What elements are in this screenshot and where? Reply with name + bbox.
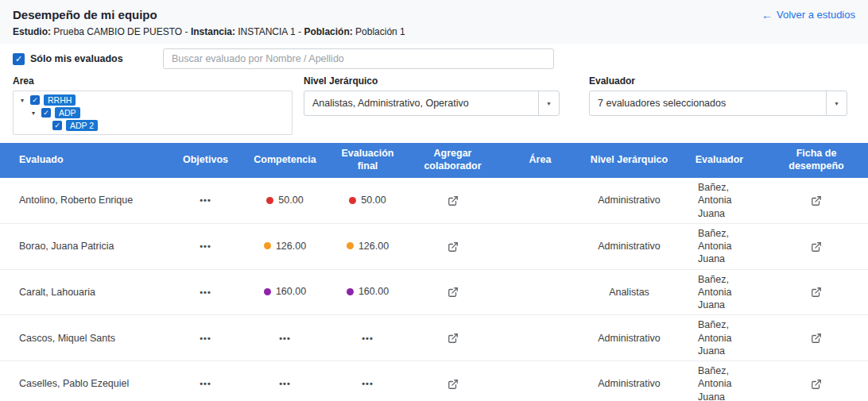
checkbox-checked-icon[interactable]: ✓ xyxy=(13,53,25,65)
nivel-value: Administrativo xyxy=(598,378,661,389)
tree-node-label[interactable]: ADP xyxy=(55,107,80,118)
ficha-desempeno-cell xyxy=(765,315,868,361)
nivel-cell: Analistas xyxy=(584,269,674,315)
competencia-cell: ••• xyxy=(244,315,326,361)
evaluador-select[interactable]: 7 evaluadores seleccionados ▼ xyxy=(589,91,847,116)
objetivos-menu-dots-icon[interactable]: ••• xyxy=(200,379,211,388)
evaluacion-final-value: 126.00 xyxy=(358,240,389,253)
agregar-colaborador-cell xyxy=(409,223,496,269)
checkbox-checked-icon[interactable]: ✓ xyxy=(30,95,40,105)
area-tree: ▾ ✓ RRHH ▾ ✓ ADP ✓ ADP 2 xyxy=(13,91,293,135)
caret-down-icon[interactable]: ▾ xyxy=(18,97,26,104)
evaluacion-final-cell: 160.00 xyxy=(326,269,409,315)
only-my-evaluees-label: Sólo mis evaluados xyxy=(30,53,123,64)
col-header-agregar-colaborador: Agregar colaborador xyxy=(409,143,496,178)
filter-row: Area ▾ ✓ RRHH ▾ ✓ ADP ✓ ADP 2 Nivel Jerá… xyxy=(0,71,868,135)
estudio-value: Prueba CAMBIO DE PUESTO xyxy=(53,26,182,37)
chevron-down-icon[interactable]: ▼ xyxy=(538,91,559,115)
evaluador-value: Bañez, Antonia Juana xyxy=(698,228,731,265)
col-header-evaluado: Evaluado xyxy=(0,143,167,178)
table-row: Cascos, Miquel Sants ••• ••• ••• Adminis… xyxy=(0,315,868,361)
external-link-icon[interactable] xyxy=(448,287,459,298)
nivel-jerarquico-select[interactable]: Analistas, Administrativo, Operativo ▼ xyxy=(304,91,560,116)
col-header-area: Área xyxy=(496,143,584,178)
area-filter: Area ▾ ✓ RRHH ▾ ✓ ADP ✓ ADP 2 xyxy=(13,75,293,135)
evaluador-value: Bañez, Antonia Juana xyxy=(698,182,731,219)
status-dot-icon xyxy=(264,242,271,249)
nivel-cell: Administrativo xyxy=(584,178,674,223)
competencia-cell: 126.00 xyxy=(244,223,326,269)
external-link-icon[interactable] xyxy=(811,287,822,298)
col-header-objetivos: Objetivos xyxy=(167,143,244,178)
table-row: Borao, Juana Patricia ••• 126.00 126.00 … xyxy=(0,223,868,269)
area-cell xyxy=(496,315,584,361)
poblacion-label: Población: xyxy=(304,26,352,37)
back-arrow-icon: ← xyxy=(761,9,773,21)
objetivos-menu-dots-icon[interactable]: ••• xyxy=(200,334,211,343)
evaluacion-final-cell: ••• xyxy=(326,361,409,401)
nivel-value: Administrativo xyxy=(598,241,661,252)
evaluador-filter: Evaluador 7 evaluadores seleccionados ▼ xyxy=(589,75,847,135)
nivel-value: Administrativo xyxy=(598,333,661,344)
nivel-jerarquico-filter: Nivel Jerárquico Analistas, Administrati… xyxy=(304,75,560,135)
evaluador-cell: Bañez, Antonia Juana xyxy=(674,269,765,315)
checkbox-checked-icon[interactable]: ✓ xyxy=(52,121,62,130)
external-link-icon[interactable] xyxy=(448,195,459,206)
external-link-icon[interactable] xyxy=(448,241,459,253)
evaluado-cell: Borao, Juana Patricia xyxy=(0,223,167,269)
external-link-icon[interactable] xyxy=(448,333,459,344)
filter-row: ✓ Sólo mis evaluados xyxy=(0,44,868,71)
agregar-colaborador-cell xyxy=(409,361,496,401)
competencia-value: 126.00 xyxy=(276,240,306,253)
agregar-colaborador-cell xyxy=(409,178,496,223)
evaluacion-final-cell: 126.00 xyxy=(326,223,409,269)
instancia-value: INSTANCIA 1 xyxy=(238,26,295,37)
evaluacion-final-value: ••• xyxy=(362,378,374,389)
objetivos-menu-dots-icon[interactable]: ••• xyxy=(200,241,211,251)
poblacion-value: Población 1 xyxy=(355,26,405,37)
nivel-value: Administrativo xyxy=(598,195,661,206)
ficha-desempeno-cell xyxy=(765,223,868,269)
agregar-colaborador-cell xyxy=(409,269,496,315)
ficha-desempeno-cell xyxy=(765,361,868,401)
select-value: Analistas, Administrativo, Operativo xyxy=(304,98,477,109)
area-cell xyxy=(496,223,584,269)
study-info: Estudio: Prueba CAMBIO DE PUESTO - Insta… xyxy=(0,23,868,44)
tree-node-rrhh: ▾ ✓ RRHH xyxy=(18,94,287,106)
instancia-label: Instancia: xyxy=(191,26,235,37)
evaluador-cell: Bañez, Antonia Juana xyxy=(674,361,765,401)
ficha-desempeno-cell xyxy=(765,178,868,223)
objetivos-cell: ••• xyxy=(167,269,244,315)
external-link-icon[interactable] xyxy=(811,333,822,344)
external-link-icon[interactable] xyxy=(811,379,822,390)
evaluado-name: Caralt, Lahouaria xyxy=(19,287,95,298)
objetivos-menu-dots-icon[interactable]: ••• xyxy=(200,195,211,205)
objetivos-menu-dots-icon[interactable]: ••• xyxy=(200,287,211,297)
only-my-evaluees-filter[interactable]: ✓ Sólo mis evaluados xyxy=(13,53,163,65)
tree-node-label[interactable]: ADP 2 xyxy=(66,120,98,131)
chevron-down-icon[interactable]: ▼ xyxy=(826,91,847,115)
search-input[interactable] xyxy=(163,48,554,69)
col-header-competencia: Competencia xyxy=(244,143,326,178)
agregar-colaborador-cell xyxy=(409,315,496,361)
table-row: Antolino, Roberto Enrique ••• 50.00 50.0… xyxy=(0,178,868,223)
separator: - xyxy=(298,26,301,37)
area-cell xyxy=(496,269,584,315)
tree-node-label[interactable]: RRHH xyxy=(44,94,76,106)
status-dot-icon xyxy=(264,288,271,295)
status-dot-icon xyxy=(347,288,354,295)
checkbox-checked-icon[interactable]: ✓ xyxy=(41,108,51,118)
objetivos-cell: ••• xyxy=(167,223,244,269)
external-link-icon[interactable] xyxy=(448,379,459,390)
table-row: Caselles, Pablo Ezequiel ••• ••• ••• Adm… xyxy=(0,361,868,401)
external-link-icon[interactable] xyxy=(811,241,822,253)
area-label: Area xyxy=(13,75,293,87)
estudio-label: Estudio: xyxy=(13,26,51,37)
caret-down-icon[interactable]: ▾ xyxy=(29,110,37,117)
evaluado-cell: Caselles, Pablo Ezequiel xyxy=(0,361,167,401)
back-to-studies-link[interactable]: ← Volver a estudios xyxy=(761,9,855,21)
external-link-icon[interactable] xyxy=(811,195,822,206)
topbar: Desempeño de mi equipo ← Volver a estudi… xyxy=(0,0,868,23)
nivel-cell: Administrativo xyxy=(584,315,674,361)
table-header-row: Evaluado Objetivos Competencia Evaluació… xyxy=(0,143,868,178)
